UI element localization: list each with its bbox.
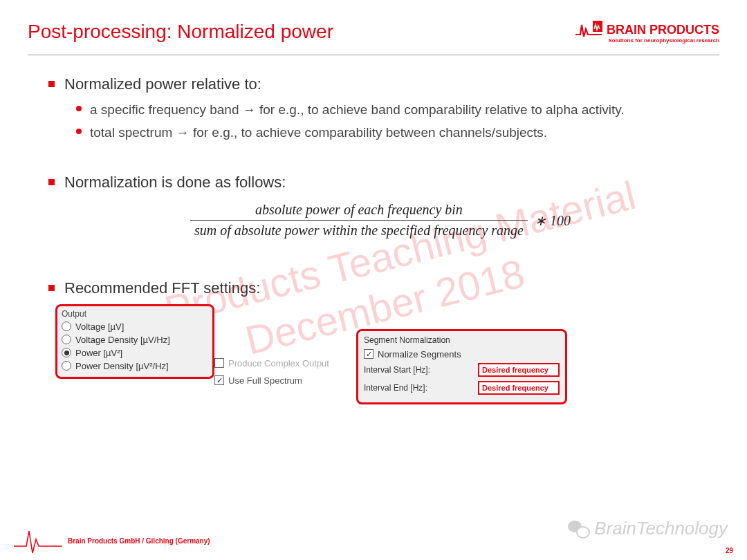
radio-label: Voltage Density [µV/Hz] <box>75 335 170 345</box>
subbullet-text: total spectrum → for e.g., to achieve co… <box>90 123 547 142</box>
slide-title: Post-processing: Normalized power <box>28 21 333 43</box>
subbullet-icon <box>76 106 82 111</box>
formula-tail: ∗ 100 <box>535 212 571 229</box>
interval-start-label: Interval Start [Hz]: <box>364 365 430 375</box>
radio-label: Voltage [µV] <box>75 321 124 332</box>
subbullet-text: a specific frequency band → for e.g., to… <box>90 100 625 120</box>
formula-numerator: absolute power of each frequency bin <box>251 202 467 220</box>
checkbox-label: Use Full Spectrum <box>228 375 302 386</box>
checkbox-produce-complex[interactable] <box>214 358 224 368</box>
interval-start-field[interactable]: Desired frequency <box>478 363 560 377</box>
formula-denominator: sum of absolute power within the specifi… <box>190 220 528 239</box>
bullet-icon <box>48 285 55 291</box>
bullet-icon <box>48 81 55 87</box>
radio-label: Power Density [µV²/Hz] <box>75 361 169 371</box>
checkbox-label: Normalize Segments <box>378 349 461 360</box>
bullet-text: Normalization is done as follows: <box>64 173 286 193</box>
output-legend: Output <box>62 309 208 319</box>
segment-normalization-panel: Segment Normalization Normalize Segments… <box>356 329 567 404</box>
checkbox-normalize-segments[interactable] <box>364 349 374 359</box>
bullet-text: Normalized power relative to: <box>64 75 261 95</box>
radio-voltage[interactable] <box>62 321 71 331</box>
radio-label: Power [µV²] <box>75 348 122 358</box>
subbullet-icon <box>76 129 82 134</box>
footer-company: Brain Products GmbH / Gilching (Germany) <box>68 537 210 545</box>
radio-power[interactable] <box>62 348 71 357</box>
footer-pulse-icon <box>14 527 62 554</box>
output-panel: Output Voltage [µV] Voltage Density [µV/… <box>55 304 214 379</box>
fft-settings-group: Output Voltage [µV] Voltage Density [µV/… <box>55 304 712 418</box>
page-number: 29 <box>726 547 733 554</box>
interval-end-label: Interval End [Hz]: <box>364 383 427 393</box>
brand-wave-icon <box>575 21 602 39</box>
interval-end-field[interactable]: Desired frequency <box>478 381 560 395</box>
formula: absolute power of each frequency bin sum… <box>48 202 712 239</box>
spectrum-options: Produce Complex Output Use Full Spectrum <box>214 357 353 387</box>
radio-voltage-density[interactable] <box>62 335 71 344</box>
bullet-text: Recommended FFT settings: <box>64 279 260 299</box>
radio-power-density[interactable] <box>62 361 71 371</box>
bullet-icon <box>48 179 55 185</box>
brand-text: BRAIN PRODUCTS <box>607 23 719 37</box>
seg-legend: Segment Normalization <box>364 335 560 345</box>
checkbox-label: Produce Complex Output <box>228 358 329 368</box>
checkbox-use-full-spectrum[interactable] <box>214 375 224 385</box>
brand-logo: BRAIN PRODUCTS Solutions for neurophysio… <box>575 21 719 44</box>
